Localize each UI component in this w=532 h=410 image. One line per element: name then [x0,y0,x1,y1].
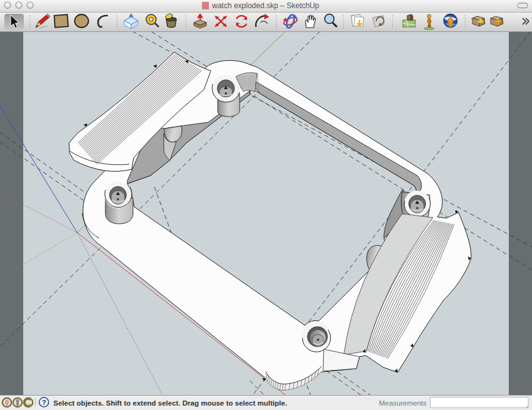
svg-text:watch exploded.skp – SketchUp: watch exploded.skp – SketchUp [211,1,319,10]
svg-text:?: ? [42,399,46,406]
svg-text:Measurements: Measurements [379,399,427,407]
svg-text:Select objects. Shift to exten: Select objects. Shift to extend select. … [53,399,287,407]
